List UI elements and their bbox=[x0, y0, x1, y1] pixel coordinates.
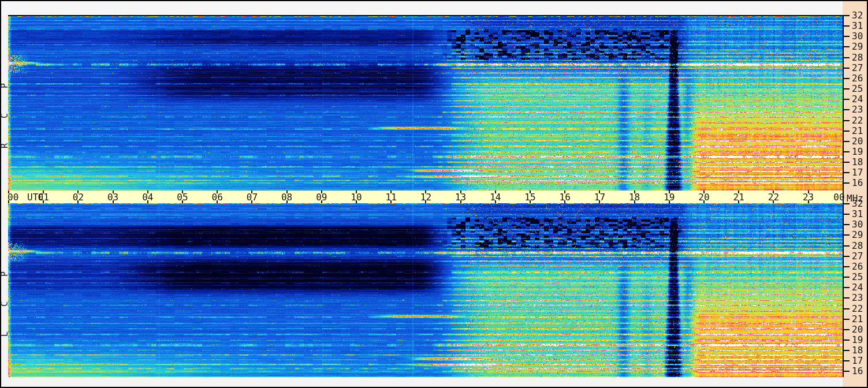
time-tick-label: 13 bbox=[452, 193, 470, 202]
frequency-tick-label: 30 bbox=[852, 220, 867, 229]
frequency-tick-label: 22 bbox=[852, 116, 867, 125]
frequency-tick-label: 18 bbox=[852, 158, 867, 167]
frequency-tick-label: 19 bbox=[852, 335, 867, 345]
time-tick-label: 23 bbox=[800, 193, 817, 202]
time-tick-label: 11 bbox=[382, 193, 400, 202]
time-tick-label: 18 bbox=[626, 193, 643, 202]
frequency-tick-label: 32 bbox=[852, 11, 867, 20]
frequency-tick bbox=[844, 68, 850, 69]
frequency-tick bbox=[844, 319, 850, 320]
frequency-tick-label: 31 bbox=[852, 210, 867, 219]
time-tick-label: 21 bbox=[730, 193, 747, 202]
frequency-tick-label: 22 bbox=[852, 304, 867, 314]
frequency-tick-label: 16 bbox=[852, 367, 867, 376]
time-tick-label: 15 bbox=[521, 193, 539, 202]
frequency-tick-label: 31 bbox=[852, 21, 867, 31]
frequency-tick-label: 27 bbox=[852, 252, 867, 261]
frequency-tick-label: 23 bbox=[852, 293, 867, 303]
frequency-tick bbox=[844, 277, 850, 278]
frequency-tick-label: 18 bbox=[852, 346, 867, 355]
frequency-tick bbox=[844, 36, 850, 37]
frequency-tick-label: 30 bbox=[852, 32, 867, 41]
time-tick-label: 02 bbox=[69, 193, 87, 202]
frequency-tick-label: 23 bbox=[852, 105, 867, 114]
frequency-tick-label: 17 bbox=[852, 168, 867, 177]
frequency-tick-label: 25 bbox=[852, 84, 867, 94]
rcp-spectrogram-canvas bbox=[8, 16, 843, 191]
time-tick-label: 12 bbox=[417, 193, 434, 202]
frequency-tick-label: 28 bbox=[852, 53, 867, 62]
frequency-tick-label: 24 bbox=[852, 95, 867, 104]
frequency-tick bbox=[844, 57, 850, 58]
frequency-tick bbox=[844, 182, 850, 184]
frequency-tick bbox=[844, 339, 850, 341]
frequency-tick-label: 21 bbox=[852, 126, 867, 136]
frequency-tick-label: 25 bbox=[852, 273, 867, 282]
time-label-end: 00 bbox=[830, 193, 848, 202]
frequency-tick bbox=[844, 99, 850, 100]
time-tick-label: 16 bbox=[556, 193, 573, 202]
time-tick-label: 14 bbox=[487, 193, 504, 202]
frequency-tick bbox=[844, 46, 850, 47]
frequency-tick bbox=[844, 245, 850, 247]
frequency-tick bbox=[844, 350, 850, 351]
time-tick-label: 22 bbox=[765, 193, 782, 202]
frequency-tick bbox=[844, 266, 850, 267]
frequency-tick-label: 16 bbox=[852, 178, 867, 188]
frequency-tick-label: 32 bbox=[852, 199, 867, 208]
time-tick-label: 10 bbox=[348, 193, 365, 202]
frequency-tick bbox=[844, 172, 850, 173]
time-tick-label: 17 bbox=[591, 193, 608, 202]
frequency-tick bbox=[844, 162, 850, 163]
time-tick-label: 07 bbox=[243, 193, 260, 202]
frequency-tick bbox=[844, 360, 850, 361]
frequency-tick-label: 29 bbox=[852, 42, 867, 51]
frequency-tick-label: 29 bbox=[852, 230, 867, 240]
time-tick-label: 19 bbox=[661, 193, 678, 202]
frequency-tick bbox=[844, 234, 850, 236]
frequency-tick bbox=[844, 88, 850, 89]
frequency-tick-label: 19 bbox=[852, 147, 867, 156]
frequency-tick bbox=[844, 151, 850, 152]
frequency-tick bbox=[844, 224, 850, 225]
frequency-tick bbox=[844, 25, 850, 27]
frequency-tick-label: 17 bbox=[852, 356, 867, 365]
frequency-tick-label: 27 bbox=[852, 64, 867, 73]
time-tick-label: 20 bbox=[695, 193, 713, 202]
time-tick-label: 08 bbox=[278, 193, 296, 202]
spectrograph-window: AJ4CO Observatory 02 Oct 2014 - DPS on T… bbox=[0, 0, 868, 388]
frequency-tick bbox=[844, 371, 850, 372]
frequency-tick bbox=[844, 203, 850, 204]
frequency-tick-label: 24 bbox=[852, 283, 867, 292]
title-bar: AJ4CO Observatory 02 Oct 2014 - DPS on T… bbox=[1, 1, 843, 15]
frequency-tick-label: 20 bbox=[852, 137, 867, 146]
frequency-tick bbox=[844, 297, 850, 299]
frequency-tick bbox=[844, 329, 850, 330]
frequency-tick bbox=[844, 109, 850, 110]
time-label-start: 00 bbox=[8, 193, 25, 202]
frequency-tick-label: 28 bbox=[852, 241, 867, 251]
time-tick-label: 03 bbox=[105, 193, 122, 202]
frequency-tick bbox=[844, 308, 850, 309]
frequency-tick bbox=[844, 214, 850, 215]
frequency-tick bbox=[844, 78, 850, 79]
time-tick-label: 05 bbox=[174, 193, 191, 202]
frequency-tick bbox=[844, 15, 850, 16]
frequency-tick-label: 26 bbox=[852, 74, 867, 83]
time-tick-label: 09 bbox=[313, 193, 330, 202]
frequency-tick-label: 20 bbox=[852, 325, 867, 334]
frequency-tick bbox=[844, 141, 850, 142]
lcp-spectrogram-canvas bbox=[8, 203, 843, 377]
frequency-tick-label: 21 bbox=[852, 315, 867, 324]
frequency-tick bbox=[844, 120, 850, 121]
time-tick-label: 01 bbox=[35, 193, 52, 202]
frequency-tick bbox=[844, 287, 850, 288]
frequency-tick bbox=[844, 130, 850, 132]
frequency-tick-label: 26 bbox=[852, 262, 867, 271]
time-tick-label: 04 bbox=[139, 193, 157, 202]
frequency-tick bbox=[844, 256, 850, 257]
time-tick-label: 06 bbox=[208, 193, 226, 202]
